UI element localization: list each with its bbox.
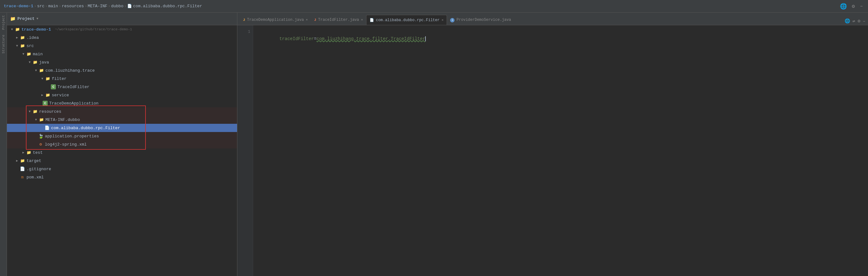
breadcrumb-dubbo: dubbo (111, 4, 123, 8)
tree-item-package[interactable]: ▼ 📁 com.liuzhihang.trace (7, 66, 237, 74)
tab-close-1[interactable]: × (306, 18, 308, 22)
tree-label-pom: pom.xml (27, 175, 44, 180)
tree-label-main: main (33, 52, 42, 57)
tree-arrow-metainf: ▼ (33, 118, 38, 122)
tree-label-package: com.liuzhihang.trace (45, 68, 95, 73)
tree-item-service[interactable]: ▶ 📁 service (7, 91, 237, 99)
cursor (425, 36, 426, 41)
project-header-title: Project (18, 17, 35, 21)
breadcrumb-sep-5: › (108, 4, 111, 8)
minimize-action-icon[interactable]: – (863, 19, 866, 24)
title-bar-actions: 🌐 ⚙ – (839, 2, 864, 10)
tree-label-root: trace-demo-1 (22, 27, 51, 32)
globe-action-icon[interactable]: 🌐 (845, 18, 850, 24)
tree-arrow-package: ▼ (33, 69, 38, 72)
tree-item-target[interactable]: ▶ 📁 target (7, 157, 237, 165)
tree-item-root[interactable]: ▼ 📁 trace-demo-1 ~/workspace/github/trac… (7, 25, 237, 33)
class-icon-tracedemoapplication: C (42, 100, 48, 106)
settings-action-icon[interactable]: ⚙ (858, 18, 860, 24)
folder-icon-java: 📁 (32, 59, 38, 65)
tree-label-filter-file: com.alibaba.dubbo.rpc.Filter (51, 126, 120, 130)
tab-bar-actions: 🌐 ⇌ ⚙ – (845, 18, 866, 25)
tab-providerdemosvc[interactable]: i ProviderDemoService.java (447, 15, 514, 25)
tree-arrow-target: ▶ (14, 159, 20, 163)
tree-item-tracedemoapplication[interactable]: C TraceDemoApplication (7, 99, 237, 108)
file-icon-appprops: 🍃 (38, 133, 43, 139)
tree-item-log4j2[interactable]: ⚙ log4j2-spring.xml (7, 140, 237, 148)
tree-item-metainf[interactable]: ▼ 📁 META-INF.dubbo (7, 116, 237, 124)
tree-label-appprops: application.properties (45, 134, 99, 139)
split-action-icon[interactable]: ⇌ (852, 18, 855, 24)
breadcrumb-sep-4: › (85, 4, 87, 8)
globe-icon[interactable]: 🌐 (839, 2, 848, 10)
settings-icon[interactable]: ⚙ (850, 2, 856, 10)
tab-info-badge: i (450, 18, 455, 23)
class-c-badge: C (51, 84, 56, 89)
tree-label-log4j2: log4j2-spring.xml (45, 142, 87, 147)
tree-label-root-path: ~/workspace/github/trace/trace-demo-1 (53, 28, 132, 31)
title-bar: trace-demo-1 › src › main › resources › … (0, 0, 868, 12)
project-dropdown-arrow[interactable]: ▼ (37, 17, 38, 21)
tab-bar: J TraceDemoApplication.java × J TraceIdF… (237, 12, 868, 25)
tree-container[interactable]: ▼ 📁 trace-demo-1 ~/workspace/github/trac… (7, 25, 237, 276)
folder-icon-target: 📁 (20, 158, 25, 163)
tree-item-filter-folder[interactable]: ▼ 📁 filter (7, 74, 237, 83)
breadcrumb-file-icon: 📄 (127, 4, 132, 8)
code-editor[interactable]: traceIdFilter=com.liuzhihang.trace.filte… (253, 25, 868, 276)
tree-label-tracedemoapplication: TraceDemoApplication (49, 101, 98, 106)
editor-area: J TraceDemoApplication.java × J TraceIdF… (237, 12, 868, 276)
tree-item-pom[interactable]: m pom.xml (7, 173, 237, 181)
minimize-icon[interactable]: – (859, 3, 864, 10)
tab-close-2[interactable]: × (361, 18, 363, 22)
tab-traceidfilter[interactable]: J TraceIdFilter.java × (311, 15, 366, 25)
tree-label-java: java (39, 60, 49, 65)
tab-icon-java-2: J (314, 18, 316, 22)
tree-item-idea[interactable]: ▶ 📁 .idea (7, 33, 237, 42)
code-equals: = (314, 36, 316, 41)
tree-item-java[interactable]: ▼ 📁 java (7, 58, 237, 66)
tree-item-test[interactable]: ▶ 📁 test (7, 148, 237, 157)
folder-icon-src: 📁 (20, 43, 25, 49)
folder-icon-metainf: 📁 (38, 117, 44, 123)
tree-label-filter-folder: filter (52, 76, 67, 81)
tree-arrow-idea: ▶ (14, 36, 20, 39)
line-numbers: 1 (237, 25, 253, 276)
folder-icon-service: 📁 (45, 92, 51, 98)
folder-icon-root: 📁 (14, 27, 20, 32)
file-icon-log4j2: ⚙ (38, 142, 43, 147)
editor-content: 1 traceIdFilter=com.liuzhihang.trace.fil… (237, 25, 868, 276)
breadcrumb-sep-2: › (45, 4, 48, 8)
folder-icon-filter: 📁 (45, 76, 51, 82)
project-header: 📁 Project ▼ (7, 12, 237, 25)
breadcrumb-resources: resources (62, 4, 84, 8)
tree-label-metainf: META-INF.dubbo (45, 118, 80, 122)
tab-close-3[interactable]: × (441, 18, 444, 22)
tree-item-appprops[interactable]: 🍃 application.properties (7, 132, 237, 140)
tab-label-providerdemosvc: ProviderDemoService.java (457, 18, 511, 22)
tree-item-resources[interactable]: ▼ 📁 resources (7, 108, 237, 116)
breadcrumb-sep-3: › (59, 4, 61, 8)
tree-item-filter-file[interactable]: 📄 com.alibaba.dubbo.rpc.Filter (7, 124, 237, 132)
tab-label-filter-file: com.alibaba.dubbo.rpc.Filter (376, 18, 440, 23)
tab-filter-file[interactable]: 📄 com.alibaba.dubbo.rpc.Filter × (366, 15, 447, 25)
tree-label-idea: .idea (27, 35, 39, 40)
line-number-1: 1 (240, 28, 250, 35)
tree-arrow-resources: ▼ (27, 110, 32, 113)
sidebar-label-project[interactable]: Project (2, 12, 5, 32)
tree-item-main[interactable]: ▼ 📁 main (7, 50, 237, 58)
sidebar-label-structure[interactable]: Structure (2, 32, 5, 56)
tree-item-src[interactable]: ▼ 📁 src (7, 42, 237, 50)
folder-icon-idea: 📁 (20, 35, 25, 40)
folder-icon-main: 📁 (26, 51, 32, 57)
breadcrumb: trace-demo-1 › src › main › resources › … (4, 4, 837, 8)
code-key: traceIdFilter (279, 36, 314, 41)
project-panel: 📁 Project ▼ ▼ 📁 trace-demo-1 ~/workspace… (7, 12, 237, 276)
tab-tracedemoapplication[interactable]: J TraceDemoApplication.java × (240, 15, 311, 25)
folder-icon-resources: 📁 (32, 109, 38, 114)
tree-item-traceidfilter[interactable]: C TraceIdFilter (7, 83, 237, 91)
breadcrumb-sep-1: › (34, 4, 37, 8)
tree-arrow-src: ▼ (14, 44, 20, 48)
tree-label-resources: resources (39, 109, 61, 114)
breadcrumb-project: trace-demo-1 (4, 4, 33, 8)
tree-item-gitignore[interactable]: 📄 .gitignore (7, 165, 237, 173)
